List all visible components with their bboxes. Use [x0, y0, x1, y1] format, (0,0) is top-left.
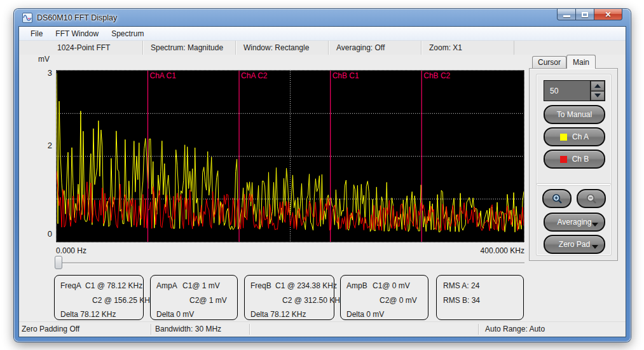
freq-b-readout: FreqB C1 @ 234.38 KHz C2 @ 312.50 KHz De…	[244, 275, 334, 320]
status-zero-padding: Zero Padding Off	[22, 325, 79, 333]
info-fft-points: 1024-Point FFT	[50, 41, 142, 55]
status-separator	[151, 324, 152, 335]
cursor-label-chb-c1[interactable]: ChB C1	[332, 71, 359, 80]
main-region: mV 3 2 0 ChA C1 ChA C2 ChB C1 ChB C2 0.0…	[19, 55, 626, 321]
ch-a-color-swatch	[560, 134, 567, 141]
spinner-buttons	[590, 81, 605, 101]
amp-b-readout: AmpB C1@ 0 mV C2@ 0 mV Delta 0 mV	[340, 275, 428, 320]
freq-b-c2: C2 @ 312.50 KHz	[282, 296, 344, 305]
amp-a-name: AmpA	[156, 281, 177, 290]
title-bar[interactable]: DS60M10 FFT Display ✕	[14, 9, 631, 27]
spinner-down-button[interactable]	[591, 91, 605, 101]
status-separator	[478, 324, 479, 335]
info-averaging: Averaging: Off	[328, 41, 421, 55]
zoom-out-button[interactable]	[577, 189, 606, 208]
cursor-label-cha-c2[interactable]: ChA C2	[241, 71, 267, 80]
spinner-up-button[interactable]	[591, 81, 605, 91]
app-window: DS60M10 FFT Display ✕ File FFT Window Sp…	[14, 9, 631, 342]
minimize-icon	[563, 15, 570, 17]
freq-b-c1: C1 @ 234.38 KHz	[275, 281, 337, 290]
info-bar: 1024-Point FFT Spectrum: Magnitude Windo…	[19, 41, 626, 55]
amp-a-c2: C2@ 1 mV	[189, 296, 227, 305]
menu-fft-window[interactable]: FFT Window	[49, 28, 105, 39]
chevron-down-icon	[592, 245, 598, 249]
freq-b-delta: Delta 78.12 KHz	[250, 310, 306, 319]
spinner-value[interactable]: 50	[544, 81, 590, 101]
window-controls: ✕	[557, 9, 622, 20]
y-axis-unit-label: mV	[38, 55, 50, 64]
zoom-in-button[interactable]	[542, 189, 572, 208]
ch-a-button[interactable]: Ch A	[544, 127, 605, 146]
menu-spectrum[interactable]: Spectrum	[105, 28, 150, 39]
zoom-control-group: Averaging Zero Pad	[537, 184, 611, 255]
rms-b-value: RMS B: 34	[443, 296, 480, 305]
close-icon: ✕	[605, 11, 611, 18]
main-tab-panel: 50 To Manual Ch A Ch B	[529, 68, 618, 261]
arrow-up-icon	[594, 84, 601, 88]
status-auto-range: Auto Range: Auto	[485, 325, 545, 333]
menu-file[interactable]: File	[24, 28, 49, 39]
cursor-control-group: 50 To Manual Ch A Ch B	[537, 74, 611, 185]
fft-spectrum-chart[interactable]: ChA C1 ChA C2 ChB C1 ChB C2	[56, 70, 524, 242]
menu-bar: File FFT Window Spectrum	[19, 27, 626, 41]
freq-a-readout: FreqA C1 @ 78.12 KHz C2 @ 156.25 KHz Del…	[54, 275, 144, 320]
maximize-button[interactable]	[576, 9, 594, 20]
freq-b-name: FreqB	[250, 281, 271, 290]
arrow-down-icon	[594, 94, 601, 97]
chevron-down-icon	[592, 223, 598, 227]
slider-track[interactable]	[56, 262, 524, 263]
ch-b-color-swatch	[560, 156, 567, 163]
x-axis-end-label: 400.000 KHz	[397, 246, 524, 255]
freq-a-delta: Delta 78.12 KHz	[60, 310, 116, 319]
info-zoom: Zoom: X1	[421, 41, 514, 55]
slider-thumb[interactable]	[55, 256, 62, 269]
fft-plot	[57, 71, 524, 242]
amp-a-delta: Delta 0 mV	[156, 310, 194, 319]
zoom-out-icon	[586, 193, 598, 205]
maximize-icon	[582, 12, 588, 17]
amp-b-delta: Delta 0 mV	[346, 310, 384, 319]
x-axis-start-label: 0.000 Hz	[56, 246, 86, 255]
info-window-type: Window: Rectangle	[235, 41, 328, 55]
app-icon	[22, 13, 32, 23]
info-separator	[514, 41, 514, 55]
freq-a-name: FreqA	[60, 281, 81, 290]
freq-a-c2: C2 @ 156.25 KHz	[92, 296, 154, 305]
status-bar: Zero Padding Off Bandwidth: 30 MHz Auto …	[19, 321, 626, 337]
cursor-label-cha-c1[interactable]: ChA C1	[150, 71, 176, 80]
client-area: File FFT Window Spectrum 1024-Point FFT …	[19, 27, 626, 337]
rms-a-value: RMS A: 24	[443, 281, 479, 290]
tab-cursor[interactable]: Cursor	[532, 56, 566, 68]
y-tick-2: 2	[32, 141, 52, 150]
amp-a-readout: AmpA C1@ 1 mV C2@ 1 mV Delta 0 mV	[150, 275, 238, 320]
zoom-in-icon	[551, 193, 563, 205]
frequency-scroll-slider[interactable]	[54, 256, 526, 269]
rms-readout: RMS A: 24 RMS B: 34	[436, 275, 524, 320]
amp-b-c2: C2@ 0 mV	[380, 296, 417, 305]
y-tick-0: 0	[32, 229, 52, 239]
tab-main[interactable]: Main	[566, 55, 596, 69]
cursor-label-chb-c2[interactable]: ChB C2	[423, 71, 450, 80]
info-spectrum-mode: Spectrum: Magnitude	[142, 41, 235, 55]
y-tick-3: 3	[32, 68, 52, 78]
status-separator	[249, 324, 250, 335]
to-manual-button[interactable]: To Manual	[544, 105, 605, 124]
status-bandwidth: Bandwidth: 30 MHz	[155, 325, 221, 333]
freq-a-c1: C1 @ 78.12 KHz	[85, 281, 142, 290]
averaging-dropdown-button[interactable]: Averaging	[544, 213, 605, 232]
close-button[interactable]: ✕	[594, 9, 622, 20]
amp-b-c1: C1@ 0 mV	[373, 281, 410, 290]
zero-pad-dropdown-button[interactable]: Zero Pad	[544, 235, 605, 254]
window-title: DS60M10 FFT Display	[37, 13, 117, 22]
amp-b-name: AmpB	[346, 281, 367, 290]
amp-a-c1: C1@ 1 mV	[182, 281, 220, 290]
ch-b-button[interactable]: Ch B	[544, 150, 605, 169]
minimize-button[interactable]	[557, 9, 576, 20]
value-spinner[interactable]: 50	[544, 80, 605, 101]
